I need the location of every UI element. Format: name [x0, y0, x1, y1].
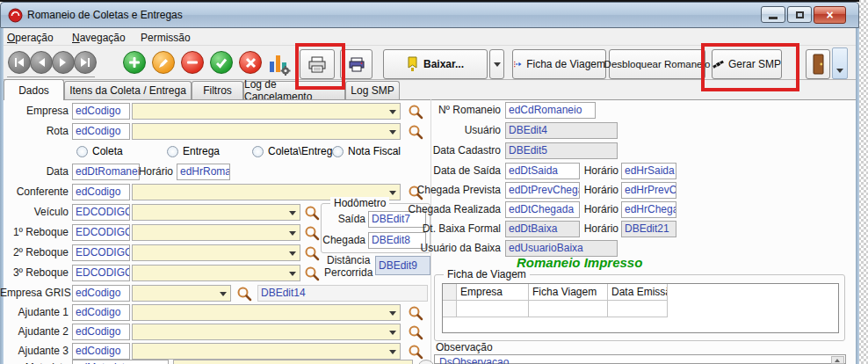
ajudante2-combo[interactable] — [132, 324, 401, 340]
horario-baixa-label: Horário — [580, 221, 618, 237]
rota-combo[interactable] — [132, 123, 401, 140]
horario-romaneio-field[interactable]: edHrRomaneio — [177, 164, 230, 180]
reboque3-code-field[interactable]: EDCODIGO — [72, 265, 130, 281]
close-button[interactable]: × — [814, 6, 846, 24]
grid-col-empresa[interactable]: Empresa — [457, 284, 529, 301]
grid-col-ficha-viagem[interactable]: Ficha Viagem — [529, 284, 608, 301]
reboque3-combo[interactable] — [132, 265, 300, 281]
nav-last-button[interactable] — [74, 51, 97, 74]
ficha-viagem-grid[interactable]: Empresa Ficha Viagem Data Emissão — [442, 283, 839, 333]
ajudante3-combo[interactable] — [132, 343, 401, 360]
nav-group-underline — [7, 76, 95, 77]
empresa-gris-search-icon[interactable] — [236, 286, 252, 302]
data-saida-field[interactable]: edDtSaida — [505, 163, 580, 179]
data-romaneio-field[interactable]: edDtRomaneio — [72, 164, 140, 180]
empresa-gris-code-field[interactable]: edCodigo — [72, 285, 130, 302]
ajudante1-label: Ajudante 1 — [0, 304, 69, 321]
edit-record-button[interactable] — [152, 51, 175, 74]
empresa-gris-label: Empresa GRIS — [0, 285, 69, 302]
tab-log-smp[interactable]: Log SMP — [345, 81, 400, 99]
empresa-gris-combo[interactable] — [132, 285, 231, 302]
rota-code-field[interactable]: edCodigo — [72, 123, 130, 140]
reboque1-search-icon[interactable] — [304, 225, 320, 241]
baixar-button[interactable]: Baixar... — [383, 49, 488, 79]
romaneio-field[interactable]: edCdRomaneio — [505, 102, 596, 119]
exit-button[interactable] — [806, 49, 830, 79]
ficha-viagem-legend: Ficha de Viagem — [444, 268, 530, 280]
veiculo-label: Veículo — [0, 204, 69, 221]
baixar-dropdown-button[interactable] — [489, 49, 504, 79]
minimize-button[interactable] — [761, 6, 785, 23]
ajudante1-search-icon[interactable] — [408, 305, 423, 321]
grid-cell[interactable] — [457, 301, 529, 317]
first-record-icon — [14, 58, 25, 67]
reboque1-combo[interactable] — [132, 224, 300, 241]
add-record-button[interactable] — [123, 51, 146, 74]
desbloquear-romaneio-button[interactable]: Desbloquear Romaneio — [609, 49, 705, 79]
motorista-combo[interactable] — [173, 360, 413, 364]
ajudante2-label: Ajudante 2 — [0, 324, 69, 340]
ficha-viagem-button[interactable]: Ficha de Viagem — [512, 49, 606, 79]
reboque2-combo[interactable] — [132, 244, 300, 261]
toolbar-overflow-button[interactable] — [832, 47, 848, 79]
grid-cell[interactable] — [608, 301, 668, 317]
tab-dados[interactable]: Dados — [4, 79, 64, 100]
conferente-label: Conferente — [0, 184, 69, 200]
veiculo-combo[interactable] — [132, 204, 300, 221]
chegada-realizada-label: Chegada Realizada — [387, 201, 501, 218]
app-icon — [8, 8, 23, 25]
tab-itens-coleta-entrega[interactable]: Itens da Coleta / Entrega — [64, 81, 192, 99]
empresa-code-field[interactable]: edCodigo — [72, 103, 130, 120]
ajudante2-code-field[interactable]: edCodigo — [72, 324, 130, 340]
menu-permissao[interactable]: Permissão — [141, 32, 191, 44]
veiculo-code-field[interactable]: EDCODIGO — [72, 204, 130, 221]
ajudante1-code-field[interactable]: edCodigo — [72, 304, 130, 321]
ajudante2-search-icon[interactable] — [408, 324, 423, 340]
horario-saida-field[interactable]: edHrSaida — [621, 163, 676, 179]
maximize-button[interactable] — [787, 6, 812, 23]
reboque2-label: 2º Reboque — [0, 244, 69, 261]
ajudante3-code-field[interactable]: edCodigo — [72, 343, 130, 360]
observacao-memo[interactable]: DsObservacao — [434, 354, 846, 364]
motorista-label: Motorista — [0, 360, 69, 364]
reboque3-label: 3º Reboque — [0, 265, 69, 281]
reboque2-code-field[interactable]: EDCODIGO — [72, 244, 130, 261]
empresa-combo[interactable] — [132, 103, 401, 120]
ajudante3-search-icon[interactable] — [408, 344, 423, 360]
chevron-down-icon — [289, 211, 296, 215]
radio-coleta-entrega[interactable]: Coleta\Entrega — [252, 145, 338, 157]
highlight-gerar-smp-button — [701, 43, 799, 91]
veiculo-search-icon[interactable] — [304, 205, 320, 221]
radio-coleta[interactable]: Coleta — [76, 145, 123, 157]
chegada-realizada-field[interactable]: edDtChegada — [505, 201, 580, 218]
chegada-prevista-label: Chegada Prevista — [387, 182, 501, 199]
menu-navegacao[interactable]: Navegação — [72, 32, 126, 44]
hodometro-saida-label: Saída — [325, 211, 365, 228]
pencil-icon — [158, 57, 170, 69]
reboque1-code-field[interactable]: EDCODIGO — [72, 224, 130, 241]
reboque2-search-icon[interactable] — [304, 245, 320, 261]
ajudante1-combo[interactable] — [132, 304, 401, 321]
nav-first-button[interactable] — [8, 51, 31, 74]
motorista-field[interactable]: edMotorista — [72, 360, 169, 364]
grid-cell[interactable] — [529, 301, 608, 317]
horario-realizada-field[interactable]: edHrChegada — [621, 201, 676, 218]
nav-next-button[interactable] — [52, 51, 75, 74]
nav-prev-button[interactable] — [30, 51, 53, 74]
confirm-button[interactable] — [210, 51, 233, 74]
tab-filtros[interactable]: Filtros — [192, 81, 243, 99]
radio-icon — [76, 146, 88, 157]
chevron-down-icon — [289, 231, 296, 236]
chart-settings-icon[interactable] — [268, 51, 291, 78]
horario-prevista-field[interactable]: edHrPrevChegada — [621, 182, 676, 199]
reboque3-search-icon[interactable] — [304, 266, 320, 281]
radio-icon — [252, 146, 264, 157]
scroll-up-button[interactable] — [831, 356, 844, 364]
radio-entrega[interactable]: Entrega — [167, 145, 220, 157]
grid-col-data-emissao[interactable]: Data Emissão — [608, 284, 668, 301]
delete-record-button[interactable] — [181, 51, 204, 74]
chegada-prevista-field[interactable]: edDtPrevChegada — [505, 182, 580, 199]
menu-operacao[interactable]: Operação — [7, 32, 54, 44]
cancel-button[interactable] — [239, 51, 262, 74]
conferente-code-field[interactable]: edCodigo — [72, 184, 130, 200]
